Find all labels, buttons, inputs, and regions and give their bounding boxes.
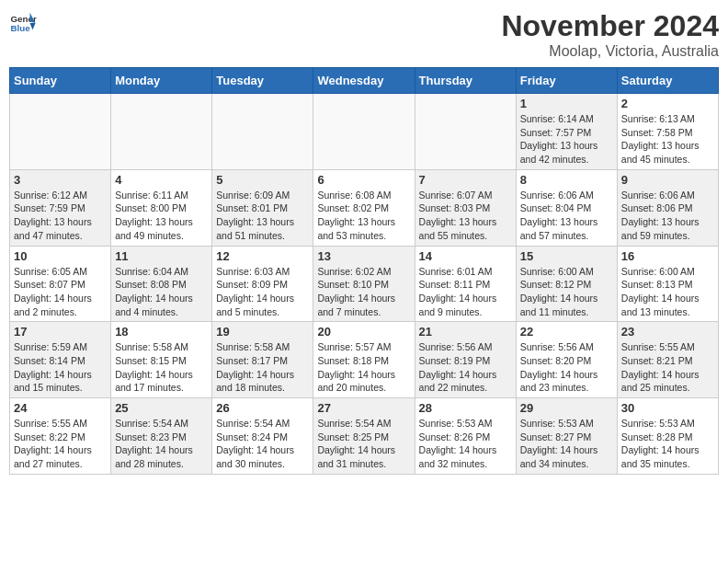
day-info: Sunrise: 5:55 AM Sunset: 8:22 PM Dayligh… bbox=[14, 417, 107, 471]
day-number: 6 bbox=[317, 173, 410, 187]
calendar-cell bbox=[212, 94, 313, 170]
calendar-cell: 24Sunrise: 5:55 AM Sunset: 8:22 PM Dayli… bbox=[10, 398, 111, 475]
day-number: 26 bbox=[216, 401, 309, 415]
calendar-cell: 9Sunrise: 6:06 AM Sunset: 8:06 PM Daylig… bbox=[617, 169, 718, 246]
week-row-3: 10Sunrise: 6:05 AM Sunset: 8:07 PM Dayli… bbox=[10, 246, 719, 322]
day-info: Sunrise: 5:56 AM Sunset: 8:19 PM Dayligh… bbox=[419, 340, 512, 395]
weekday-header-saturday: Saturday bbox=[617, 68, 718, 94]
day-info: Sunrise: 6:06 AM Sunset: 8:06 PM Dayligh… bbox=[621, 189, 714, 243]
day-info: Sunrise: 6:13 AM Sunset: 7:58 PM Dayligh… bbox=[621, 112, 714, 167]
day-info: Sunrise: 5:57 AM Sunset: 8:18 PM Dayligh… bbox=[317, 340, 410, 395]
svg-text:Blue: Blue bbox=[11, 23, 31, 33]
day-info: Sunrise: 6:09 AM Sunset: 8:01 PM Dayligh… bbox=[216, 189, 309, 243]
calendar-cell: 15Sunrise: 6:00 AM Sunset: 8:12 PM Dayli… bbox=[516, 246, 617, 322]
calendar-cell: 17Sunrise: 5:59 AM Sunset: 8:14 PM Dayli… bbox=[10, 322, 111, 398]
logo-icon: General Blue bbox=[9, 9, 37, 37]
day-info: Sunrise: 5:54 AM Sunset: 8:24 PM Dayligh… bbox=[216, 417, 309, 471]
weekday-header-sunday: Sunday bbox=[10, 68, 111, 94]
location: Moolap, Victoria, Australia bbox=[501, 43, 719, 60]
calendar-cell: 23Sunrise: 5:55 AM Sunset: 8:21 PM Dayli… bbox=[617, 322, 718, 398]
calendar-cell: 27Sunrise: 5:54 AM Sunset: 8:25 PM Dayli… bbox=[313, 398, 415, 475]
calendar-cell bbox=[313, 94, 415, 170]
calendar-cell: 14Sunrise: 6:01 AM Sunset: 8:11 PM Dayli… bbox=[415, 246, 516, 322]
title-area: November 2024 Moolap, Victoria, Australi… bbox=[501, 9, 719, 60]
weekday-header-row: SundayMondayTuesdayWednesdayThursdayFrid… bbox=[10, 68, 719, 94]
day-number: 27 bbox=[317, 401, 410, 415]
day-number: 22 bbox=[520, 325, 613, 339]
weekday-header-friday: Friday bbox=[516, 68, 617, 94]
day-number: 3 bbox=[14, 173, 107, 187]
calendar-cell: 5Sunrise: 6:09 AM Sunset: 8:01 PM Daylig… bbox=[212, 169, 313, 246]
calendar-cell: 22Sunrise: 5:56 AM Sunset: 8:20 PM Dayli… bbox=[516, 322, 617, 398]
day-info: Sunrise: 6:12 AM Sunset: 7:59 PM Dayligh… bbox=[14, 189, 107, 243]
day-info: Sunrise: 6:07 AM Sunset: 8:03 PM Dayligh… bbox=[419, 189, 512, 243]
day-number: 7 bbox=[419, 173, 512, 187]
day-number: 28 bbox=[419, 401, 512, 415]
day-info: Sunrise: 5:53 AM Sunset: 8:27 PM Dayligh… bbox=[520, 417, 613, 471]
day-number: 10 bbox=[14, 249, 107, 263]
header: General Blue November 2024 Moolap, Victo… bbox=[9, 9, 719, 60]
day-number: 13 bbox=[317, 249, 410, 263]
calendar-cell: 6Sunrise: 6:08 AM Sunset: 8:02 PM Daylig… bbox=[313, 169, 415, 246]
calendar-cell: 3Sunrise: 6:12 AM Sunset: 7:59 PM Daylig… bbox=[10, 169, 111, 246]
day-number: 9 bbox=[621, 173, 714, 187]
day-number: 17 bbox=[14, 325, 107, 339]
day-number: 5 bbox=[216, 173, 309, 187]
day-number: 29 bbox=[520, 401, 613, 415]
day-info: Sunrise: 5:59 AM Sunset: 8:14 PM Dayligh… bbox=[14, 340, 107, 395]
day-number: 14 bbox=[419, 249, 512, 263]
day-number: 12 bbox=[216, 249, 309, 263]
calendar-cell: 29Sunrise: 5:53 AM Sunset: 8:27 PM Dayli… bbox=[516, 398, 617, 475]
weekday-header-monday: Monday bbox=[111, 68, 212, 94]
day-info: Sunrise: 5:58 AM Sunset: 8:15 PM Dayligh… bbox=[115, 340, 208, 395]
calendar: SundayMondayTuesdayWednesdayThursdayFrid… bbox=[9, 67, 719, 475]
calendar-cell: 18Sunrise: 5:58 AM Sunset: 8:15 PM Dayli… bbox=[111, 322, 212, 398]
calendar-cell: 19Sunrise: 5:58 AM Sunset: 8:17 PM Dayli… bbox=[212, 322, 313, 398]
week-row-4: 17Sunrise: 5:59 AM Sunset: 8:14 PM Dayli… bbox=[10, 322, 719, 398]
day-info: Sunrise: 5:54 AM Sunset: 8:23 PM Dayligh… bbox=[115, 417, 208, 471]
week-row-2: 3Sunrise: 6:12 AM Sunset: 7:59 PM Daylig… bbox=[10, 169, 719, 246]
day-info: Sunrise: 6:01 AM Sunset: 8:11 PM Dayligh… bbox=[419, 265, 512, 319]
day-number: 2 bbox=[621, 97, 714, 110]
calendar-cell: 16Sunrise: 6:00 AM Sunset: 8:13 PM Dayli… bbox=[617, 246, 718, 322]
weekday-header-wednesday: Wednesday bbox=[313, 68, 415, 94]
day-number: 16 bbox=[621, 249, 714, 263]
calendar-cell: 13Sunrise: 6:02 AM Sunset: 8:10 PM Dayli… bbox=[313, 246, 415, 322]
calendar-cell: 20Sunrise: 5:57 AM Sunset: 8:18 PM Dayli… bbox=[313, 322, 415, 398]
day-number: 19 bbox=[216, 325, 309, 339]
day-info: Sunrise: 6:11 AM Sunset: 8:00 PM Dayligh… bbox=[115, 189, 208, 243]
day-info: Sunrise: 6:05 AM Sunset: 8:07 PM Dayligh… bbox=[14, 265, 107, 319]
day-info: Sunrise: 6:03 AM Sunset: 8:09 PM Dayligh… bbox=[216, 265, 309, 319]
day-number: 21 bbox=[419, 325, 512, 339]
logo: General Blue bbox=[9, 9, 37, 37]
calendar-cell: 12Sunrise: 6:03 AM Sunset: 8:09 PM Dayli… bbox=[212, 246, 313, 322]
calendar-cell bbox=[111, 94, 212, 170]
day-number: 18 bbox=[115, 325, 208, 339]
calendar-cell: 8Sunrise: 6:06 AM Sunset: 8:04 PM Daylig… bbox=[516, 169, 617, 246]
day-info: Sunrise: 5:58 AM Sunset: 8:17 PM Dayligh… bbox=[216, 340, 309, 395]
day-info: Sunrise: 6:02 AM Sunset: 8:10 PM Dayligh… bbox=[317, 265, 410, 319]
calendar-cell: 28Sunrise: 5:53 AM Sunset: 8:26 PM Dayli… bbox=[415, 398, 516, 475]
day-info: Sunrise: 6:08 AM Sunset: 8:02 PM Dayligh… bbox=[317, 189, 410, 243]
weekday-header-thursday: Thursday bbox=[415, 68, 516, 94]
day-info: Sunrise: 5:54 AM Sunset: 8:25 PM Dayligh… bbox=[317, 417, 410, 471]
day-number: 4 bbox=[115, 173, 208, 187]
day-info: Sunrise: 5:53 AM Sunset: 8:28 PM Dayligh… bbox=[621, 417, 714, 471]
calendar-cell: 2Sunrise: 6:13 AM Sunset: 7:58 PM Daylig… bbox=[617, 94, 718, 170]
month-title: November 2024 bbox=[501, 9, 719, 43]
calendar-cell: 7Sunrise: 6:07 AM Sunset: 8:03 PM Daylig… bbox=[415, 169, 516, 246]
calendar-cell: 21Sunrise: 5:56 AM Sunset: 8:19 PM Dayli… bbox=[415, 322, 516, 398]
day-number: 8 bbox=[520, 173, 613, 187]
day-info: Sunrise: 6:04 AM Sunset: 8:08 PM Dayligh… bbox=[115, 265, 208, 319]
day-number: 23 bbox=[621, 325, 714, 339]
day-info: Sunrise: 6:00 AM Sunset: 8:12 PM Dayligh… bbox=[520, 265, 613, 319]
day-info: Sunrise: 5:55 AM Sunset: 8:21 PM Dayligh… bbox=[621, 340, 714, 395]
day-number: 20 bbox=[317, 325, 410, 339]
day-info: Sunrise: 6:06 AM Sunset: 8:04 PM Dayligh… bbox=[520, 189, 613, 243]
day-number: 15 bbox=[520, 249, 613, 263]
svg-marker-3 bbox=[30, 23, 36, 30]
day-info: Sunrise: 6:14 AM Sunset: 7:57 PM Dayligh… bbox=[520, 112, 613, 167]
week-row-5: 24Sunrise: 5:55 AM Sunset: 8:22 PM Dayli… bbox=[10, 398, 719, 475]
calendar-cell: 26Sunrise: 5:54 AM Sunset: 8:24 PM Dayli… bbox=[212, 398, 313, 475]
day-number: 30 bbox=[621, 401, 714, 415]
